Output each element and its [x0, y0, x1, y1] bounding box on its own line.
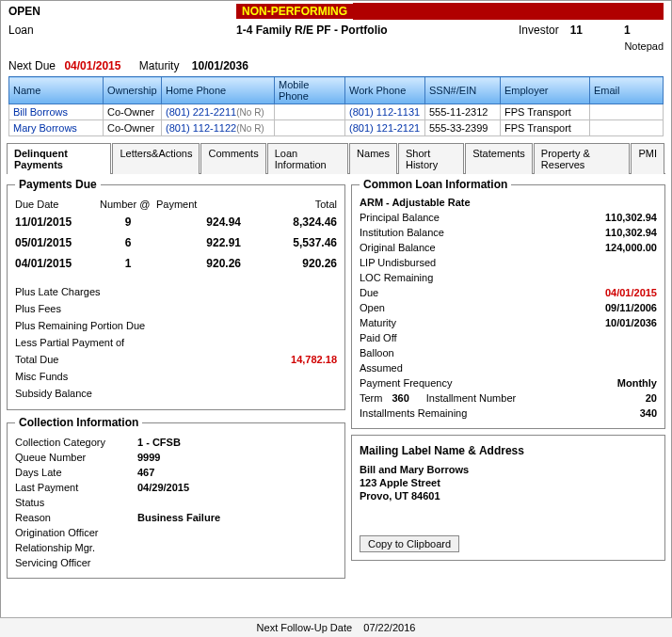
balloon-label: Balloon	[360, 347, 501, 358]
freq-val: Monthly	[501, 377, 657, 389]
reason-label: Reason	[15, 512, 137, 523]
col-employer[interactable]: Employer	[501, 77, 590, 104]
balloon-val	[501, 347, 657, 358]
plus-late: Plus Late Charges	[15, 286, 337, 297]
col-home[interactable]: Home Phone	[162, 77, 275, 104]
loan-type: 1-4 Family R/E PF - Portfolio	[236, 24, 519, 37]
pd-head-num: Number @	[100, 199, 156, 210]
loan-info-subtitle: ARM - Adjustable Rate	[360, 197, 657, 210]
payment-row: 05/01/20156922.915,537.46	[15, 232, 337, 253]
subsidy-balance: Subsidy Balance	[15, 388, 337, 399]
collection-panel: Collection Information Collection Catego…	[7, 416, 345, 579]
open-label: OPEN	[8, 5, 236, 18]
footer-label: Next Follow-Up Date	[257, 622, 352, 633]
tab-pmi[interactable]: PMI	[631, 143, 664, 174]
notepad-link[interactable]: Notepad	[624, 40, 664, 52]
collection-legend: Collection Information	[15, 416, 142, 429]
freq-label: Payment Frequency	[360, 377, 501, 389]
orig-officer-label: Origination Officer	[15, 527, 137, 538]
reason-val: Business Failure	[137, 512, 220, 523]
serv-officer-label: Servicing Officer	[15, 557, 137, 568]
queue-label: Queue Number	[15, 452, 137, 463]
rel-mgr-label: Relationship Mgr.	[15, 542, 137, 553]
tab-property-reserves[interactable]: Property & Reserves	[534, 143, 631, 174]
tab-short-history[interactable]: Short History	[398, 143, 464, 174]
orig-bal-label: Original Balance	[360, 242, 501, 253]
payment-row: 04/01/20151920.26920.26	[15, 253, 337, 274]
inst-bal-val: 110,302.94	[501, 227, 657, 238]
plus-remaining: Plus Remaining Portion Due	[15, 320, 337, 331]
open-val: 09/11/2006	[501, 302, 657, 313]
lip-label: LIP Undisbursed	[360, 257, 501, 268]
install-rem-label: Installments Remaining	[360, 407, 501, 419]
orig-bal-val: 124,000.00	[501, 242, 657, 253]
misc-funds: Misc Funds	[15, 371, 337, 382]
term-label: Term	[360, 392, 382, 404]
coll-cat-label: Collection Category	[15, 437, 137, 448]
maturity-label: Maturity	[139, 59, 180, 72]
install-num-val: 20	[646, 392, 657, 404]
mail-line1: Bill and Mary Borrows	[360, 463, 657, 476]
install-rem-val: 340	[501, 407, 657, 419]
pd-head-payment: Payment	[156, 199, 241, 210]
copy-clipboard-button[interactable]: Copy to Clipboard	[360, 535, 459, 552]
status-badge: NON-PERFORMING	[236, 4, 353, 19]
payment-row: 11/01/20159924.948,324.46	[15, 212, 337, 232]
tabs: Delinquent PaymentsLetters&ActionsCommen…	[7, 142, 665, 174]
principal-val: 110,302.94	[501, 212, 657, 223]
assumed-val	[501, 362, 657, 374]
payments-due-legend: Payments Due	[15, 178, 101, 191]
maturity-val: 10/01/2036	[501, 317, 657, 328]
col-name[interactable]: Name	[9, 77, 104, 104]
tab-loan-information[interactable]: Loan Information	[267, 143, 348, 174]
col-mobile[interactable]: Mobile Phone	[275, 77, 345, 104]
mail-line3: Provo, UT 84601	[360, 489, 657, 502]
investor-value-1: 11	[570, 24, 583, 37]
term-val: 360	[392, 392, 408, 404]
assumed-label: Assumed	[360, 362, 501, 374]
days-late-label: Days Late	[15, 467, 137, 478]
due-label: Due	[360, 287, 501, 298]
investor-value-2: 1	[624, 24, 631, 37]
footer-value: 07/22/2016	[363, 622, 415, 633]
last-pay-val: 04/29/2015	[137, 482, 189, 493]
borrower-grid[interactable]: Name Ownership Home Phone Mobile Phone W…	[8, 76, 664, 136]
col-ssn[interactable]: SSN#/EIN	[425, 77, 501, 104]
tab-names[interactable]: Names	[349, 143, 397, 174]
tab-statements[interactable]: Statements	[465, 143, 533, 174]
loc-val	[501, 272, 657, 283]
loc-label: LOC Remaining	[360, 272, 501, 283]
queue-val: 9999	[137, 452, 160, 463]
col-ownership[interactable]: Ownership	[104, 77, 162, 104]
lip-val	[501, 257, 657, 268]
status-label: Status	[15, 497, 137, 508]
loan-info-panel: Common Loan Information ARM - Adjustable…	[351, 178, 665, 429]
footer: Next Follow-Up Date 07/22/2016	[0, 617, 672, 637]
maturity-value: 10/01/2036	[192, 59, 248, 72]
investor-label: Investor	[519, 24, 559, 37]
total-due-label: Total Due	[15, 354, 291, 365]
mail-line2: 123 Apple Street	[360, 476, 657, 489]
col-work[interactable]: Work Phone	[345, 77, 425, 104]
mailing-panel: Mailing Label Name & Address Bill and Ma…	[351, 435, 665, 561]
tab-letters-actions[interactable]: Letters&Actions	[112, 143, 200, 174]
paidoff-label: Paid Off	[360, 332, 501, 343]
paidoff-val	[501, 332, 657, 343]
status-bar	[353, 3, 664, 20]
maturity-label2: Maturity	[360, 317, 501, 328]
mailing-title: Mailing Label Name & Address	[360, 443, 657, 463]
loan-label: Loan	[8, 24, 236, 37]
principal-label: Principal Balance	[360, 212, 501, 223]
less-partial: Less Partial Payment of	[15, 337, 337, 348]
table-row[interactable]: Mary BorrowsCo-Owner(801) 112-1122(No R)…	[9, 120, 664, 136]
table-row[interactable]: Bill BorrowsCo-Owner(801) 221-2211(No R)…	[9, 104, 664, 120]
pd-head-total: Total	[241, 199, 337, 210]
install-num-label: Installment Number	[426, 392, 516, 404]
payments-due-panel: Payments Due Due Date Number @ Payment T…	[7, 178, 345, 410]
tab-delinquent-payments[interactable]: Delinquent Payments	[7, 143, 111, 174]
pd-head-date: Due Date	[15, 199, 100, 210]
plus-fees: Plus Fees	[15, 303, 337, 314]
tab-comments[interactable]: Comments	[200, 143, 265, 174]
col-email[interactable]: Email	[590, 77, 664, 104]
last-pay-label: Last Payment	[15, 482, 137, 493]
